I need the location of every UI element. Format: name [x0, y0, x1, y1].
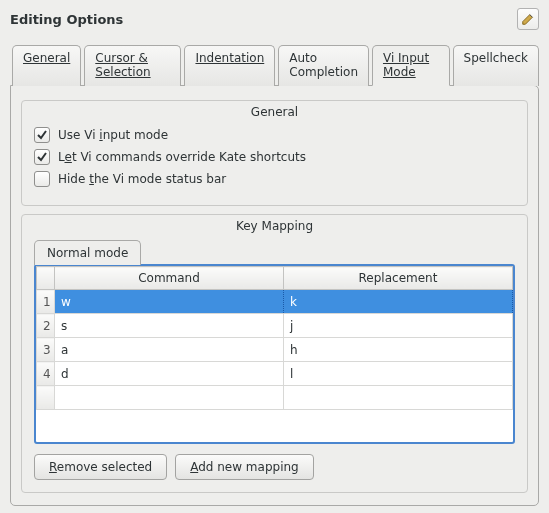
check-icon — [36, 129, 48, 141]
tab-vi-input-mode[interactable]: Vi Input Mode — [372, 45, 450, 86]
tab-indentation[interactable]: Indentation — [184, 45, 275, 86]
cell-command[interactable]: a — [55, 338, 284, 362]
checkbox-override[interactable] — [34, 149, 50, 165]
row-number: 3 — [37, 338, 55, 362]
keymap-table[interactable]: Command Replacement 1 w k 2 s — [34, 264, 515, 444]
label-use-vi: Use Vi input mode — [58, 128, 168, 142]
cell-replacement[interactable]: l — [284, 362, 513, 386]
main-tabs: General Cursor & Selection Indentation A… — [10, 44, 539, 85]
tab-spellcheck[interactable]: Spellcheck — [453, 45, 539, 86]
edit-button[interactable] — [517, 8, 539, 30]
table-row[interactable]: 4 d l — [37, 362, 513, 386]
cell-command[interactable]: w — [55, 290, 284, 314]
check-icon — [36, 151, 48, 163]
checkbox-hide-status[interactable] — [34, 171, 50, 187]
cell-command[interactable]: d — [55, 362, 284, 386]
tab-general[interactable]: General — [12, 45, 81, 86]
tab-cursor-selection[interactable]: Cursor & Selection — [84, 45, 181, 86]
group-general-title: General — [22, 105, 527, 119]
table-row[interactable]: 3 a h — [37, 338, 513, 362]
group-key-mapping: Key Mapping Normal mode Command Replacem… — [21, 214, 528, 493]
table-row-empty[interactable] — [37, 386, 513, 410]
row-number — [37, 386, 55, 410]
cell-command[interactable]: s — [55, 314, 284, 338]
tab-panel-vi: General Use Vi input mode Let Vi command… — [10, 85, 539, 506]
group-general: General Use Vi input mode Let Vi command… — [21, 100, 528, 206]
cell-replacement[interactable]: k — [284, 290, 513, 314]
remove-selected-button[interactable]: Remove selected — [34, 454, 167, 480]
add-new-mapping-button[interactable]: Add new mapping — [175, 454, 314, 480]
group-key-mapping-title: Key Mapping — [22, 219, 527, 233]
checkbox-use-vi[interactable] — [34, 127, 50, 143]
label-override: Let Vi commands override Kate shortcuts — [58, 150, 306, 164]
tab-auto-completion[interactable]: Auto Completion — [278, 45, 369, 86]
cell-replacement[interactable]: j — [284, 314, 513, 338]
pencil-icon — [521, 12, 535, 26]
row-number: 4 — [37, 362, 55, 386]
table-row[interactable]: 1 w k — [37, 290, 513, 314]
cell-replacement[interactable]: h — [284, 338, 513, 362]
label-hide-status: Hide the Vi mode status bar — [58, 172, 226, 186]
cell-replacement[interactable] — [284, 386, 513, 410]
col-replacement[interactable]: Replacement — [284, 267, 513, 290]
cell-command[interactable] — [55, 386, 284, 410]
table-row[interactable]: 2 s j — [37, 314, 513, 338]
row-number: 1 — [37, 290, 55, 314]
tab-normal-mode[interactable]: Normal mode — [34, 240, 141, 265]
row-number: 2 — [37, 314, 55, 338]
page-title: Editing Options — [10, 12, 123, 27]
col-rownum — [37, 267, 55, 290]
col-command[interactable]: Command — [55, 267, 284, 290]
